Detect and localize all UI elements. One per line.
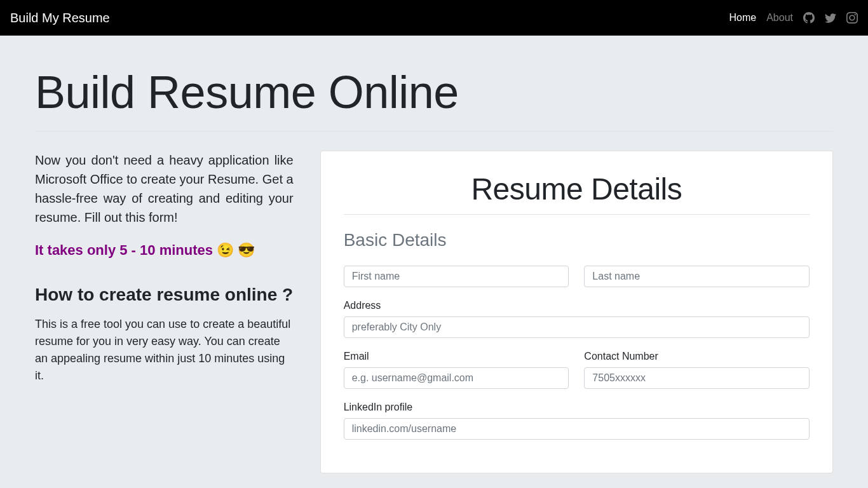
form-column: Resume Details Basic Details Address [320, 151, 833, 473]
resume-card: Resume Details Basic Details Address [320, 151, 833, 473]
instagram-icon[interactable] [846, 12, 858, 24]
first-name-input[interactable] [344, 266, 569, 287]
intro-column: Now you don't need a heavy application l… [35, 151, 301, 473]
nav-about-link[interactable]: About [766, 12, 793, 24]
basic-details-heading: Basic Details [344, 230, 810, 250]
navbar: Build My Resume Home About [0, 0, 868, 36]
contact-label: Contact Number [584, 351, 810, 362]
last-name-input[interactable] [584, 266, 810, 287]
email-input[interactable] [344, 367, 569, 389]
github-icon[interactable] [803, 12, 815, 24]
navbar-right: Home About [729, 12, 858, 24]
navbar-brand[interactable]: Build My Resume [10, 11, 110, 25]
linkedin-label: LinkedIn profile [344, 402, 810, 413]
time-estimate: It takes only 5 - 10 minutes 😉 😎 [35, 242, 294, 259]
address-input[interactable] [344, 316, 810, 338]
linkedin-input[interactable] [344, 418, 810, 440]
nav-home-link[interactable]: Home [729, 12, 757, 24]
how-to-heading: How to create resume online ? [35, 284, 294, 306]
twitter-icon[interactable] [825, 12, 836, 24]
main-container: Build Resume Online Now you don't need a… [15, 36, 853, 473]
address-label: Address [344, 300, 810, 311]
how-to-text: This is a free tool you can use to creat… [35, 316, 294, 384]
page-title: Build Resume Online [35, 66, 833, 132]
card-title: Resume Details [344, 172, 810, 215]
content-row: Now you don't need a heavy application l… [35, 151, 833, 473]
intro-text: Now you don't need a heavy application l… [35, 151, 294, 227]
email-label: Email [344, 351, 569, 362]
contact-input[interactable] [584, 367, 810, 389]
